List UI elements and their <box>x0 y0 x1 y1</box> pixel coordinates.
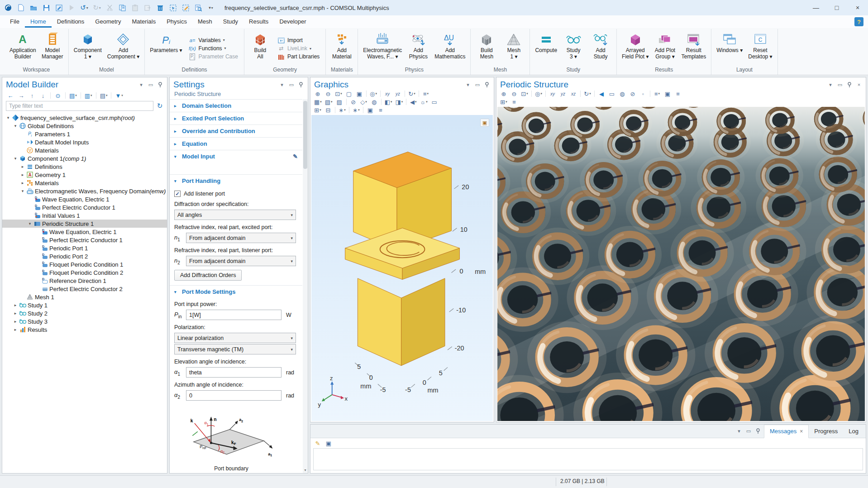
add-study-button[interactable]: Add Study <box>587 30 614 67</box>
section-port-mode-settings[interactable]: ▾ Port Mode Settings <box>170 285 302 298</box>
menu-tab-file[interactable]: File <box>5 16 25 28</box>
pin-icon[interactable] <box>846 81 853 88</box>
menu-tab-mesh[interactable]: Mesh <box>192 16 218 28</box>
print-icon[interactable]: ≡ <box>377 106 384 114</box>
electromagnetic-waves-f--button[interactable]: Electromagnetic Waves, F... ▾ <box>361 30 404 67</box>
menu-tab-results[interactable]: Results <box>243 16 274 28</box>
build-all-button[interactable]: Build All <box>247 30 273 67</box>
expander-icon[interactable]: ▾ <box>19 189 26 193</box>
pin-icon[interactable] <box>157 81 163 88</box>
node-text-dd-icon[interactable]: ▤▾ <box>100 92 108 99</box>
expander-icon[interactable]: ▸ <box>19 181 26 185</box>
tree-node-reference-direction-1[interactable]: DReference Direction 1 <box>2 277 167 285</box>
expander-icon[interactable]: ▾ <box>27 221 33 226</box>
elevation-angle-field[interactable]: theta <box>186 367 281 378</box>
undo-icon[interactable]: ↺ <box>79 3 90 13</box>
tree-node-floquet-periodic-condition-1[interactable]: DFloquet Periodic Condition 1 <box>2 260 167 268</box>
expander-icon[interactable]: ▸ <box>19 172 26 177</box>
expander-icon[interactable]: ▸ <box>12 327 19 332</box>
add-diffraction-orders-button[interactable]: Add Diffraction Orders <box>174 270 242 281</box>
plot-settings-dd-icon[interactable]: ∗▾ <box>339 106 346 114</box>
maximize-button[interactable]: □ <box>826 0 847 15</box>
menu-tab-developer[interactable]: Developer <box>274 16 311 28</box>
open-file-icon[interactable] <box>28 3 39 13</box>
transparency-icon[interactable]: ◍ <box>371 98 378 105</box>
tab-messages[interactable]: Messages× <box>764 425 809 438</box>
select-block-icon[interactable] <box>167 3 178 13</box>
settings-scrollbar[interactable]: ▾ <box>303 99 308 473</box>
tree-node-periodic-structure-1[interactable]: ▾Periodic Structure 1 <box>2 220 167 228</box>
split-view-dd-icon[interactable]: ⊞▾ <box>314 106 321 114</box>
float-panel-icon[interactable]: ▭ <box>837 81 843 88</box>
close-button[interactable]: × <box>847 0 868 15</box>
scrollbar-thumb[interactable] <box>303 101 307 169</box>
tree-node-periodic-port-1[interactable]: DPeriodic Port 1 <box>2 244 167 252</box>
variables-button[interactable]: a=Variables▾ <box>187 37 239 44</box>
panel-menu-icon[interactable]: ▾ <box>827 81 834 88</box>
panel-menu-icon[interactable]: ▾ <box>736 428 742 435</box>
duplicate-icon[interactable] <box>142 3 153 13</box>
scene-menu-dd-icon[interactable]: ≡▾ <box>653 90 661 97</box>
material-dd-icon[interactable]: ◨▾ <box>395 98 403 105</box>
expander-icon[interactable]: ▾ <box>5 115 11 120</box>
refresh-filter-icon[interactable]: ↻ <box>156 102 163 110</box>
tree-node-results[interactable]: ▸Results <box>2 325 167 334</box>
help-icon[interactable]: ? <box>854 17 863 26</box>
add-mathematics-button[interactable]: ΔUAdd Mathematics <box>432 30 467 67</box>
view-xz-icon[interactable]: xz <box>570 90 577 97</box>
cut-icon[interactable] <box>104 3 115 13</box>
toolbar-overflow-icon[interactable]: ▾ <box>205 3 216 13</box>
default-view-dd-icon[interactable]: ◎▾ <box>370 90 377 97</box>
scene-menu-dd-icon[interactable]: ≡▾ <box>422 90 429 97</box>
menu-tab-definitions[interactable]: Definitions <box>52 16 90 28</box>
tree-node-global-definitions[interactable]: ▾Global Definitions <box>2 122 167 130</box>
rotate-dd-icon[interactable]: ↻▾ <box>584 90 591 97</box>
expand-all-dd-icon[interactable]: ▥▾ <box>85 92 92 99</box>
tree-node-frequency-selective-surface-csrr-mph[interactable]: ▾frequency_selective_surface_csrr.mph (r… <box>2 114 167 122</box>
expander-icon[interactable]: ▸ <box>19 164 26 169</box>
color-dd-icon[interactable]: ◧▾ <box>385 98 392 105</box>
compute-button[interactable]: Compute <box>533 30 559 67</box>
tree-node-perfect-electric-conductor-1[interactable]: DPerfect Electric Conductor 1 <box>2 236 167 244</box>
functions-button[interactable]: f(x)Functions▾ <box>187 45 239 52</box>
save-icon[interactable] <box>41 3 52 13</box>
filter-input[interactable] <box>6 101 153 111</box>
float-panel-icon[interactable]: ▭ <box>148 81 154 88</box>
tree-node-materials[interactable]: ▸Materials <box>2 179 167 187</box>
wireframe-dd-icon[interactable]: ◇▾ <box>360 98 367 105</box>
default-view-dd-icon[interactable]: ◎▾ <box>535 90 542 97</box>
tree-node-default-model-inputs[interactable]: Default Model Inputs <box>2 138 167 146</box>
snapshot-icon[interactable]: ▣ <box>664 90 671 97</box>
forward-icon[interactable]: → <box>18 92 25 99</box>
section-override-contribution[interactable]: ▸ Override and Contribution <box>170 124 302 137</box>
menu-tab-study[interactable]: Study <box>218 16 243 28</box>
windows-button[interactable]: Windows ▾ <box>714 30 745 67</box>
close-panel-icon[interactable]: × <box>856 81 862 88</box>
find-icon[interactable] <box>193 3 204 13</box>
copy-icon[interactable] <box>117 3 128 13</box>
tree-node-definitions[interactable]: ▸Definitions <box>2 163 167 171</box>
parameters-button[interactable]: PiParameters ▾ <box>148 30 184 67</box>
view-xy-icon[interactable]: xy <box>384 90 391 97</box>
menu-tab-home[interactable]: Home <box>25 16 52 28</box>
import-button[interactable]: Import <box>276 37 321 44</box>
n1-select[interactable]: From adjacent domain ▾ <box>186 233 296 243</box>
tree-node-perfect-electric-conductor-1[interactable]: DPerfect Electric Conductor 1 <box>2 203 167 211</box>
section-domain-selection[interactable]: ▸ Domain Selection <box>170 99 302 112</box>
view-yz-icon[interactable]: yz <box>394 90 401 97</box>
sound-on-icon[interactable]: ◀ <box>598 90 605 97</box>
tree-node-initial-values-1[interactable]: DInitial Values 1 <box>2 211 167 220</box>
redo-icon[interactable]: ↻ <box>91 3 102 13</box>
section-model-input[interactable]: ▾ Model Input ✎ <box>170 150 302 163</box>
menu-tab-physics[interactable]: Physics <box>161 16 192 28</box>
build-mesh-button[interactable]: Build Mesh <box>473 30 500 67</box>
diffraction-order-select[interactable]: All angles ▾ <box>174 210 296 220</box>
section-port-handling[interactable]: ▾ Port Handling <box>170 174 302 187</box>
clear-selection-icon[interactable] <box>180 3 191 13</box>
tree-node-electromagnetic-waves-frequency-domain[interactable]: ▾Electromagnetic Waves, Frequency Domain… <box>2 187 167 195</box>
rotate-dd-icon[interactable]: ↻▾ <box>408 90 415 97</box>
add-plot-group-button[interactable]: Add Plot Group ▾ <box>652 30 678 67</box>
run-icon[interactable] <box>66 3 77 13</box>
messages-content[interactable] <box>313 448 863 470</box>
expander-icon[interactable]: ▸ <box>12 319 19 324</box>
